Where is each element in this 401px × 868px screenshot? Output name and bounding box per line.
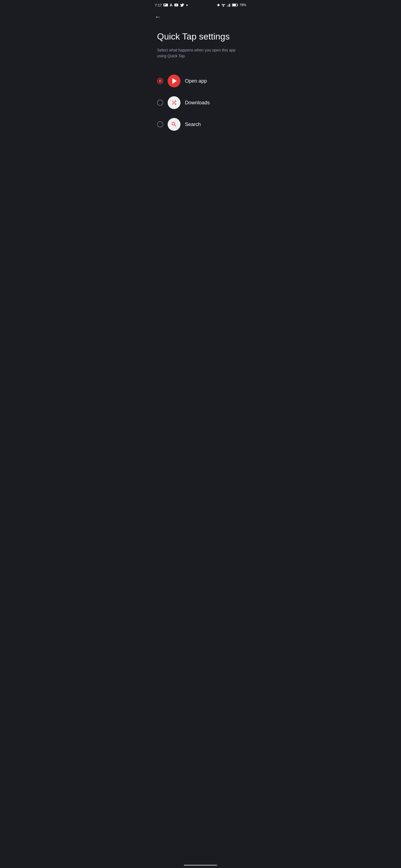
youtube-notif-icon — [174, 3, 178, 7]
back-arrow-icon: ← — [155, 13, 161, 20]
battery-icon — [232, 3, 238, 7]
downloads-icon — [168, 96, 180, 109]
notification-dot — [186, 4, 188, 6]
svg-rect-10 — [228, 5, 229, 7]
status-bar: 7:17 A ✱ — [150, 0, 251, 9]
page-title: Quick Tap settings — [157, 31, 244, 42]
notification-icon-1 — [164, 3, 168, 7]
youtube-icon — [168, 74, 180, 87]
radio-inner-open-app — [159, 79, 162, 83]
wifi-icon — [221, 3, 225, 7]
svg-rect-11 — [229, 4, 230, 7]
svg-rect-9 — [227, 6, 228, 7]
option-label-open-app: Open app — [185, 78, 207, 84]
svg-rect-1 — [164, 4, 166, 5]
svg-rect-14 — [237, 4, 238, 6]
option-search[interactable]: Search — [157, 114, 244, 135]
radio-search[interactable] — [157, 121, 163, 127]
option-label-downloads: Downloads — [185, 100, 210, 106]
option-label-search: Search — [185, 122, 201, 127]
play-icon — [172, 78, 177, 84]
option-downloads[interactable]: Downloads — [157, 92, 244, 114]
svg-rect-12 — [230, 3, 231, 7]
notification-icon-2: A — [170, 3, 172, 7]
main-content: Quick Tap settings Select what happens w… — [150, 23, 251, 142]
options-list: Open app Downloads Search — [157, 70, 244, 135]
signal-icon — [227, 3, 231, 7]
radio-downloads[interactable] — [157, 100, 163, 106]
option-open-app[interactable]: Open app — [157, 70, 244, 92]
status-time: 7:17 — [155, 3, 162, 7]
svg-rect-2 — [164, 5, 165, 6]
svg-rect-15 — [232, 4, 236, 6]
status-left: 7:17 A — [155, 3, 188, 7]
search-icon — [171, 121, 177, 127]
search-app-icon — [168, 118, 180, 131]
back-button[interactable]: ← — [150, 9, 251, 23]
page-description: Select what happens when you open this a… — [157, 47, 244, 59]
twitter-notif-icon — [180, 3, 184, 7]
shuffle-icon — [171, 100, 177, 106]
battery-percent: 79% — [239, 3, 246, 7]
radio-open-app[interactable] — [157, 78, 163, 84]
status-right: ✱ 79% — [217, 3, 246, 7]
bluetooth-icon: ✱ — [217, 3, 220, 7]
